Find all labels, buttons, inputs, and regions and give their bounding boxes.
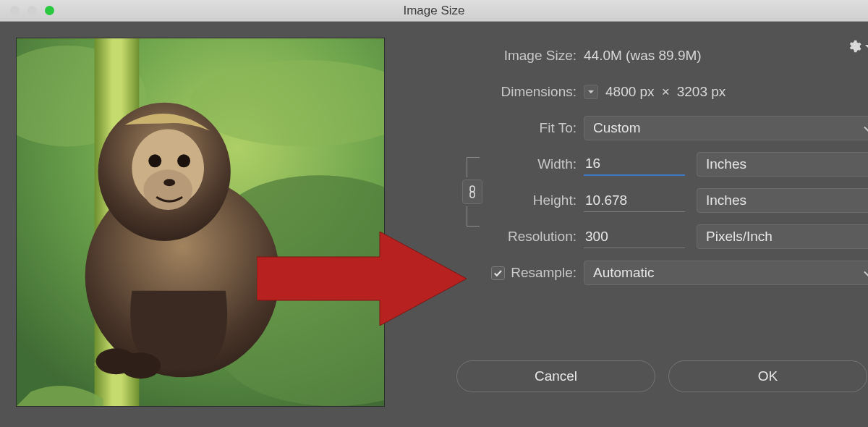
height-input[interactable] xyxy=(584,189,685,212)
height-unit-select[interactable]: Inches xyxy=(697,188,868,213)
svg-rect-16 xyxy=(470,186,475,192)
value-image-size: 44.0M (was 89.9M) xyxy=(584,48,702,64)
value-dim-width: 4800 px xyxy=(605,84,655,100)
height-unit-value: Inches xyxy=(706,193,746,208)
minimize-window-button[interactable] xyxy=(27,6,37,15)
row-width: Width: Inches xyxy=(435,146,868,182)
titlebar: Image Size xyxy=(0,0,868,22)
resolution-unit-select[interactable]: Pixels/Inch xyxy=(697,224,868,249)
dialog-buttons: Cancel OK xyxy=(456,360,867,392)
fit-to-value: Custom xyxy=(593,120,640,136)
width-unit-value: Inches xyxy=(706,156,746,172)
resample-checkbox[interactable] xyxy=(491,266,505,280)
label-height: Height: xyxy=(435,193,584,208)
preview-content-icon xyxy=(17,38,384,406)
width-input[interactable] xyxy=(584,153,685,176)
label-resample-wrap: Resample: xyxy=(435,265,584,281)
resolution-input[interactable] xyxy=(584,225,685,248)
row-image-size: Image Size: 44.0M (was 89.9M) xyxy=(435,38,868,74)
dimensions-disclosure-icon[interactable] xyxy=(584,85,598,99)
cancel-button[interactable]: Cancel xyxy=(456,360,655,392)
close-window-button[interactable] xyxy=(10,6,20,15)
label-image-size: Image Size: xyxy=(435,48,584,64)
resample-value: Automatic xyxy=(593,265,654,281)
resolution-unit-value: Pixels/Inch xyxy=(706,229,773,245)
row-height: Height: Inches xyxy=(435,182,868,219)
svg-point-13 xyxy=(163,179,175,186)
svg-rect-17 xyxy=(470,192,475,198)
ok-button[interactable]: OK xyxy=(668,360,867,392)
svg-point-11 xyxy=(148,154,161,167)
window-controls xyxy=(0,6,54,15)
row-fit-to: Fit To: Custom xyxy=(435,110,868,146)
link-icon[interactable] xyxy=(462,179,482,204)
row-resolution: Resolution: Pixels/Inch xyxy=(435,219,868,255)
svg-point-12 xyxy=(177,154,190,167)
label-dimensions: Dimensions: xyxy=(435,84,584,100)
fit-to-select[interactable]: Custom xyxy=(584,116,868,140)
svg-point-10 xyxy=(143,169,192,210)
row-dimensions: Dimensions: 4800 px × 3203 px xyxy=(435,74,868,110)
settings-panel: Image Size: 44.0M (was 89.9M) Dimensions… xyxy=(385,38,868,411)
width-unit-select[interactable]: Inches xyxy=(697,152,868,177)
label-resample: Resample: xyxy=(511,265,576,281)
window-title: Image Size xyxy=(0,0,868,22)
label-resolution: Resolution: xyxy=(435,229,584,245)
image-preview[interactable] xyxy=(16,38,385,407)
value-dim-times: × xyxy=(662,84,670,100)
label-fit-to: Fit To: xyxy=(435,120,584,136)
resample-select[interactable]: Automatic xyxy=(584,261,868,285)
dialog-body: Image Size: 44.0M (was 89.9M) Dimensions… xyxy=(0,22,868,427)
zoom-window-button[interactable] xyxy=(45,6,54,15)
svg-point-15 xyxy=(120,352,161,379)
row-resample: Resample: Automatic xyxy=(435,255,868,291)
label-width: Width: xyxy=(435,156,584,172)
value-dim-height: 3203 px xyxy=(677,84,726,100)
